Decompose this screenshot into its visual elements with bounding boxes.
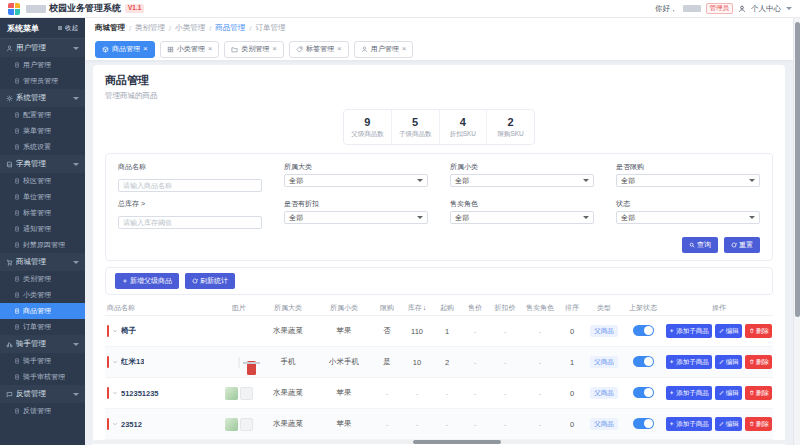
sortable-stock-header[interactable]: 库存↓ bbox=[401, 303, 433, 313]
filter-product-name: 商品名称 bbox=[118, 162, 262, 192]
expand-row-icon[interactable] bbox=[112, 421, 118, 427]
profile-menu[interactable]: 个人中心 bbox=[751, 4, 781, 14]
sidebar-group-feedback[interactable]: 反馈管理 bbox=[0, 385, 85, 403]
add-child-product-button[interactable]: 添加子商品 bbox=[666, 355, 713, 369]
edit-button[interactable]: 编辑 bbox=[715, 386, 742, 400]
sidebar-item-campus-mgmt[interactable]: 校区管理 bbox=[0, 173, 85, 189]
sidebar-collapse-button[interactable]: 收起 bbox=[57, 24, 78, 33]
page-title: 商品管理 bbox=[105, 73, 773, 88]
has-discount-select[interactable]: 全部 bbox=[284, 211, 428, 224]
trash-icon bbox=[749, 328, 755, 334]
breadcrumb-item[interactable]: 商城管理 bbox=[95, 23, 125, 33]
add-parent-product-button[interactable]: 新增父级商品 bbox=[115, 273, 179, 289]
sidebar-group-dictionary[interactable]: 字典管理 bbox=[0, 155, 85, 173]
refresh-stats-button[interactable]: 刷新统计 bbox=[185, 273, 235, 289]
add-child-product-button[interactable]: 添加子商品 bbox=[666, 417, 713, 431]
sidebar-item-order-mgmt[interactable]: 订单管理 bbox=[0, 319, 85, 335]
sort-desc-icon: ↓ bbox=[423, 304, 427, 311]
sidebar-item-admin-mgmt[interactable]: 管理员管理 bbox=[0, 73, 85, 89]
version-badge: V1.1 bbox=[125, 4, 144, 13]
delete-button[interactable]: 删除 bbox=[745, 324, 772, 338]
close-icon[interactable]: × bbox=[337, 45, 342, 53]
sidebar-group-users[interactable]: 用户管理 bbox=[0, 39, 85, 57]
product-image bbox=[217, 387, 261, 400]
breadcrumb-item[interactable]: 类别管理 bbox=[135, 23, 165, 33]
book-icon bbox=[6, 161, 13, 168]
status-toggle[interactable] bbox=[633, 387, 654, 398]
tab-label-mgmt[interactable]: 标签管理 × bbox=[289, 41, 349, 58]
minor-category-select[interactable]: 全部 bbox=[450, 174, 594, 187]
sidebar-item-category-mgmt[interactable]: 类别管理 bbox=[0, 271, 85, 287]
sidebar-item-menu-mgmt[interactable]: 菜单管理 bbox=[0, 123, 85, 139]
tab-user-mgmt[interactable]: 用户管理 × bbox=[354, 41, 414, 58]
sidebar-item-rider-mgmt[interactable]: 骑手管理 bbox=[0, 353, 85, 369]
table-row: 512351235 水果蔬菜 苹果 - - - - - - 0 父商品 添加子商… bbox=[105, 378, 773, 409]
sidebar-item-product-mgmt[interactable]: 商品管理 bbox=[0, 303, 85, 319]
sidebar-item-subcategory-mgmt[interactable]: 小类管理 bbox=[0, 287, 85, 303]
status-toggle[interactable] bbox=[633, 325, 654, 336]
status-select[interactable]: 全部 bbox=[616, 211, 760, 224]
sale-role-select[interactable]: 全部 bbox=[450, 211, 594, 224]
motorcycle-icon bbox=[6, 341, 13, 348]
add-child-product-button[interactable]: 添加子商品 bbox=[666, 324, 713, 338]
stats-card: 9 父级商品数 5 子级商品数 4 折扣SKU 2 限购SKU bbox=[343, 109, 535, 145]
delete-button[interactable]: 删除 bbox=[745, 355, 772, 369]
purchase-limit-select[interactable]: 全部 bbox=[616, 174, 760, 187]
sidebar-item-unit-mgmt[interactable]: 单位管理 bbox=[0, 189, 85, 205]
add-child-product-button[interactable]: 添加子商品 bbox=[666, 386, 713, 400]
edit-button[interactable]: 编辑 bbox=[715, 417, 742, 431]
close-icon[interactable]: × bbox=[272, 45, 277, 53]
expand-row-icon[interactable] bbox=[112, 390, 118, 396]
stock-threshold-input[interactable] bbox=[118, 216, 262, 229]
sidebar-item-notice-mgmt[interactable]: 通知管理 bbox=[0, 221, 85, 237]
expand-row-icon[interactable] bbox=[112, 359, 118, 365]
close-icon[interactable]: × bbox=[208, 45, 213, 53]
person-icon bbox=[361, 46, 368, 53]
table-row: 23512 水果蔬菜 苹果 - - - - - - 0 父商品 添加子商品 编辑… bbox=[105, 409, 773, 440]
main-area: 商城管理 / 类别管理 / 小类管理 / 商品管理 / 订单管理 商品管理 × … bbox=[85, 18, 793, 445]
horizontal-scrollbar[interactable] bbox=[93, 440, 788, 444]
row-marker bbox=[107, 418, 109, 430]
sidebar-item-user-mgmt[interactable]: 用户管理 bbox=[0, 57, 85, 73]
sidebar-group-system[interactable]: 系统管理 bbox=[0, 89, 85, 107]
tab-product-mgmt[interactable]: 商品管理 × bbox=[95, 41, 155, 58]
expand-row-icon[interactable] bbox=[112, 328, 118, 334]
doc-icon bbox=[14, 178, 20, 184]
content-card: 商品管理 管理商城的商品 9 父级商品数 5 子级商品数 4 折扣SKU 2 限… bbox=[93, 65, 785, 445]
edit-button[interactable]: 编辑 bbox=[715, 355, 742, 369]
folder-icon bbox=[231, 46, 238, 53]
delete-button[interactable]: 删除 bbox=[745, 417, 772, 431]
sidebar-group-rider[interactable]: 骑手管理 bbox=[0, 335, 85, 353]
reset-button[interactable]: 重置 bbox=[724, 237, 760, 253]
breadcrumb-item[interactable]: 小类管理 bbox=[175, 23, 205, 33]
sidebar-item-label-mgmt[interactable]: 标签管理 bbox=[0, 205, 85, 221]
tab-subcategory-mgmt[interactable]: 小类管理 × bbox=[160, 41, 220, 58]
status-toggle[interactable] bbox=[633, 418, 654, 429]
status-toggle[interactable] bbox=[633, 356, 654, 367]
filter-purchase-limit: 是否限购 全部 bbox=[616, 162, 760, 192]
redacted-text bbox=[26, 5, 46, 13]
breadcrumb-item[interactable]: 订单管理 bbox=[255, 23, 285, 33]
sidebar-item-feedback-mgmt[interactable]: 反馈管理 bbox=[0, 403, 85, 419]
sidebar-item-rider-review-mgmt[interactable]: 骑手审核管理 bbox=[0, 369, 85, 385]
delete-button[interactable]: 删除 bbox=[745, 386, 772, 400]
vertical-scrollbar-thumb[interactable] bbox=[795, 22, 800, 317]
sidebar-title: 系统菜单 bbox=[7, 23, 39, 34]
edit-button[interactable]: 编辑 bbox=[715, 324, 742, 338]
tab-category-mgmt[interactable]: 类别管理 × bbox=[224, 41, 284, 58]
vertical-scrollbar[interactable] bbox=[793, 18, 800, 445]
horizontal-scrollbar-thumb[interactable] bbox=[413, 440, 501, 444]
filter-total-stock: 总库存 > bbox=[118, 199, 262, 229]
row-marker bbox=[107, 356, 109, 368]
product-name-input[interactable] bbox=[118, 179, 262, 192]
close-icon[interactable]: × bbox=[143, 45, 148, 53]
pencil-icon bbox=[719, 359, 725, 365]
sidebar-group-mall[interactable]: 商城管理 bbox=[0, 253, 85, 271]
sidebar-item-ban-reason-mgmt[interactable]: 封禁原因管理 bbox=[0, 237, 85, 253]
sidebar-item-config-mgmt[interactable]: 配置管理 bbox=[0, 107, 85, 123]
major-category-select[interactable]: 全部 bbox=[284, 174, 428, 187]
sidebar-item-system-settings[interactable]: 系统设置 bbox=[0, 139, 85, 155]
search-button[interactable]: 查询 bbox=[682, 237, 718, 253]
breadcrumb-item-active[interactable]: 商品管理 bbox=[215, 23, 245, 33]
close-icon[interactable]: × bbox=[402, 45, 407, 53]
